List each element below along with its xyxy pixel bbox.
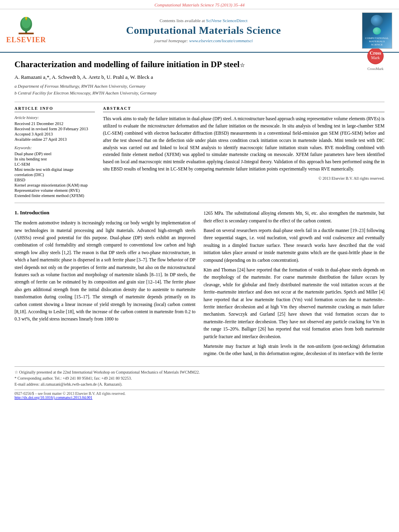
online-date: Available online 27 April 2013 — [14, 137, 95, 142]
kw-3: LC-SEM — [14, 162, 95, 166]
main-content: 1. Introduction The modern automotive in… — [14, 210, 385, 359]
footnote-1: ☆ Originally presented at the 22nd Inter… — [14, 369, 385, 375]
intro-paragraph-1: The modern automotive industry is increa… — [14, 219, 195, 322]
footnote-2: * Corresponding author. Tel.: +49 241 80… — [14, 375, 385, 381]
journal-cover-area: COMPUTATIONALMATERIALSSCIENCE — [359, 12, 395, 49]
header-center: Contents lists available at SciVerse Sci… — [52, 12, 355, 49]
footer-bar: 0927-0256/$ – see front matter © 2013 El… — [14, 390, 385, 400]
sciverse-line: Contents lists available at SciVerse Sci… — [160, 18, 247, 23]
journal-header: ELSEVIER Contents lists available at Sci… — [0, 9, 399, 53]
intro-heading: 1. Introduction — [14, 210, 195, 216]
affiliation-b: b Central Facility for Electron Microsco… — [14, 90, 385, 97]
svg-rect-3 — [19, 33, 34, 34]
journal-homepage: journal homepage: www.elsevier.com/locat… — [154, 38, 253, 43]
kw-2: In situ bending test — [14, 157, 95, 161]
elsevier-brand: ELSEVIER — [6, 36, 46, 44]
right-para-3: Kim and Thomas [24] have reported that t… — [204, 266, 385, 340]
abstract-panel: ABSTRACT This work aims to study the fai… — [103, 106, 385, 199]
revised-date: Received in revised form 20 February 201… — [14, 127, 95, 131]
authors-line: A. Ramazani a,*, A. Schwedt b, A. Aretz … — [14, 74, 385, 80]
right-para-1: 1265 MPa. The substitutional alloying el… — [204, 210, 385, 224]
right-para-2: Based on several researchers reports dua… — [204, 227, 385, 264]
article-body: Cross Mark CrossMark Characterization an… — [0, 53, 399, 406]
crossmark-icon: Cross Mark — [366, 47, 385, 65]
abstract-copyright: © 2013 Elsevier B.V. All rights reserved… — [103, 176, 385, 181]
keywords-section: Keywords: Dual phase (DP) steel In situ … — [14, 146, 95, 198]
affiliation-a: a Department of Ferrous Metallurgy, RWTH… — [14, 83, 385, 90]
elsevier-logo-area: ELSEVIER — [4, 12, 48, 49]
svg-text:Mark: Mark — [371, 55, 380, 60]
journal-citation: Computational Materials Science 75 (2013… — [154, 2, 245, 7]
received-date: Received 21 December 2012 — [14, 121, 95, 126]
homepage-url[interactable]: www.elsevier.com/locate/commatsci — [189, 38, 253, 43]
kw-4: Mini tensile test with digital image — [14, 167, 95, 172]
article-title: Characterization and modelling of failur… — [14, 59, 385, 70]
doi-line: http://dx.doi.org/10.1016/j.commatsci.20… — [14, 396, 385, 400]
kw-5: correlation (DIC) — [14, 173, 95, 177]
kw-1: Dual phase (DP) steel — [14, 152, 95, 156]
info-abstract-area: ARTICLE INFO Article history: Received 2… — [14, 106, 385, 199]
cover-graphic-1 — [371, 15, 383, 26]
right-para-4: Martensite may fracture at high strain l… — [204, 343, 385, 357]
kw-7: Kernel average misorientation (KAM) map — [14, 183, 95, 187]
issn-line: 0927-0256/$ – see front matter © 2013 El… — [14, 392, 385, 396]
abstract-text: This work aims to study the failure init… — [103, 115, 385, 173]
article-info-panel: ARTICLE INFO Article history: Received 2… — [14, 106, 95, 199]
right-column: 1265 MPa. The substitutional alloying el… — [204, 210, 385, 359]
kw-6: EBSD — [14, 178, 95, 182]
journal-citation-bar: Computational Materials Science 75 (2013… — [0, 0, 399, 9]
journal-title: Computational Materials Science — [126, 25, 281, 37]
elsevier-tree-icon — [14, 17, 38, 35]
kw-8: Representative volume element (RVE) — [14, 188, 95, 193]
abstract-title: ABSTRACT — [103, 106, 385, 112]
left-column: 1. Introduction The modern automotive in… — [14, 210, 195, 359]
sciverse-link[interactable]: SciVerse ScienceDirect — [206, 18, 247, 23]
affiliations: a Department of Ferrous Metallurgy, RWTH… — [14, 83, 385, 96]
cover-graphic-2 — [373, 27, 381, 35]
keywords-label: Keywords: — [14, 146, 95, 150]
journal-cover: COMPUTATIONALMATERIALSSCIENCE — [362, 12, 392, 49]
crossmark-badge: Cross Mark CrossMark — [366, 47, 385, 71]
crossmark-label: CrossMark — [366, 67, 385, 71]
footnote-email: E-mail address: ali.ramazani@iehk.rwth-a… — [14, 381, 385, 387]
footnotes-area: ☆ Originally presented at the 22nd Inter… — [14, 366, 385, 387]
article-info-title: ARTICLE INFO — [14, 106, 95, 112]
divider-2 — [14, 203, 385, 203]
history-label: Article history: — [14, 115, 95, 120]
doi-link[interactable]: http://dx.doi.org/10.1016/j.commatsci.20… — [14, 396, 93, 400]
accepted-date: Accepted 3 April 2013 — [14, 132, 95, 136]
divider-1 — [14, 102, 385, 102]
kw-9: Extended finite element method (XFEM) — [14, 193, 95, 198]
